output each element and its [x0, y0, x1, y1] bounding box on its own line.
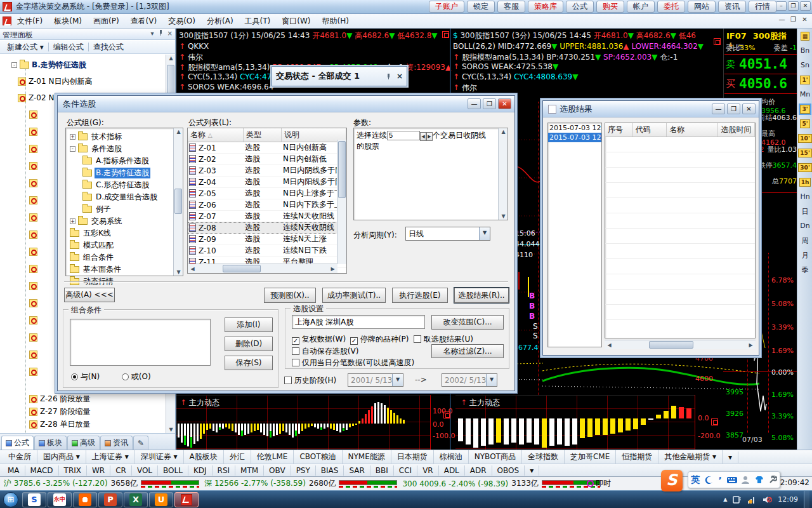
indicator-tab-TRIX[interactable]: TRIX: [59, 465, 87, 476]
checkbox-fuquan[interactable]: ✓ 复权数据(W): [292, 334, 346, 345]
quick-button-客服[interactable]: 客服: [497, 1, 525, 13]
formula-row-Z-04[interactable]: Z-04选股M日内阳线多于阴: [188, 177, 346, 188]
history-checkbox[interactable]: 历史阶段(H): [284, 375, 336, 386]
quick-button-资讯[interactable]: 资讯: [718, 1, 746, 13]
panel-close-icon[interactable]: ×: [167, 30, 173, 38]
advanced-button[interactable]: 高级(A) <<<: [64, 288, 115, 302]
group-tree-item[interactable]: D.成交量组合选股: [82, 192, 159, 203]
scope-field[interactable]: 上海A股 深圳A股: [292, 315, 425, 329]
quick-button-子账户[interactable]: 子账户: [429, 1, 464, 13]
formula-row-Z-08[interactable]: Z-08选股连续N天收阴线: [188, 222, 346, 234]
taskbar-app-powerpoint[interactable]: P: [98, 492, 122, 507]
period-1h[interactable]: 1h: [798, 178, 812, 187]
quick-button-购买[interactable]: 购买: [596, 1, 624, 13]
menu-item[interactable]: 分析(A): [201, 14, 239, 29]
history-to-combo[interactable]: 2002/ 5/13▼: [442, 373, 497, 387]
indicator-tab-CCI[interactable]: CCI: [394, 465, 417, 476]
dialog-minimize-button[interactable]: —: [468, 98, 481, 109]
results-button[interactable]: 选股结果(R)..: [454, 288, 509, 303]
formula-row-Z-02[interactable]: Z-02选股N日内创新低: [188, 154, 346, 165]
taskbar-app-2[interactable]: 永中: [48, 492, 72, 507]
market-tab-外汇[interactable]: 外汇: [224, 450, 251, 464]
indicator-tab-PSY[interactable]: PSY: [291, 465, 316, 476]
show-desktop-button[interactable]: [804, 491, 809, 508]
indicator-tabs-overflow-icon[interactable]: ▾: [525, 465, 539, 476]
list-hscrollbar[interactable]: ◀ ▶: [188, 264, 337, 273]
menu-item[interactable]: 窗口(W): [276, 14, 316, 29]
right-pane-maximize-icon[interactable]: [711, 418, 718, 425]
tree-item[interactable]: Z-26 阶段放量: [29, 394, 90, 404]
forecast-button[interactable]: 预测图(X)..: [264, 288, 316, 303]
market-tab-国内商品[interactable]: 国内商品 ▾: [37, 450, 86, 464]
period-Bn[interactable]: Bn: [798, 46, 812, 55]
indicator-tab-SAR[interactable]: SAR: [344, 465, 370, 476]
add-button[interactable]: 添加(I): [225, 318, 273, 332]
tree-item-icon[interactable]: [29, 145, 37, 153]
group-tree-item[interactable]: +技术指标: [70, 131, 123, 142]
period-30'[interactable]: 30': [798, 163, 812, 172]
tree-scroll-thumb[interactable]: [174, 189, 182, 214]
taskbar-app-excel[interactable]: X: [124, 492, 148, 507]
results-column-选股时间[interactable]: 选股时间: [718, 123, 755, 137]
panel-tab-资讯[interactable]: 资讯: [100, 436, 133, 450]
tree-item-icon[interactable]: [29, 333, 37, 342]
results-column-名称[interactable]: 名称: [667, 123, 718, 137]
tree-item-icon[interactable]: [29, 248, 37, 256]
market-tab-棕榈油[interactable]: 棕榈油: [434, 450, 469, 464]
tree-item[interactable]: Z-28 单日放量: [29, 419, 90, 430]
quick-button-锁定[interactable]: 锁定: [467, 1, 495, 13]
group-tree-item[interactable]: 模式匹配: [70, 240, 115, 251]
scroll-down-icon[interactable]: ▼: [166, 427, 175, 432]
table-header[interactable]: 名称 △ 类型 说明: [188, 128, 346, 142]
tree-item-icon[interactable]: [29, 299, 37, 307]
menu-item[interactable]: 交易(O): [162, 14, 201, 29]
taskbar-app-pyramid-active[interactable]: [174, 492, 199, 507]
indicator-tab-VR[interactable]: VR: [417, 465, 439, 476]
comma-icon[interactable]: ’: [718, 475, 721, 485]
indicator-tab-ADR[interactable]: ADR: [465, 465, 492, 476]
tree-item-icon[interactable]: [29, 196, 37, 204]
results-titlebar[interactable]: 选股结果 — ❐ ✕: [543, 101, 759, 117]
formula-row-Z-09[interactable]: Z-09选股连续N天上涨: [188, 234, 346, 245]
left-pane-maximize-icon[interactable]: [443, 411, 450, 418]
market-tab-其他金融期货[interactable]: 其他金融期货 ▾: [658, 450, 723, 464]
group-tree-item[interactable]: 例子: [82, 204, 112, 215]
market-tab-上海证券[interactable]: 上海证券 ▾: [86, 450, 135, 464]
quick-button-行情[interactable]: 行情: [749, 1, 776, 13]
param-scrollbar[interactable]: ▲ ▼: [498, 128, 508, 220]
right-chart-maximize-icon[interactable]: [714, 38, 721, 45]
menu-item[interactable]: 文件(F): [11, 14, 48, 29]
period-combobox[interactable]: 日线 ▼: [405, 227, 490, 241]
history-from-combo[interactable]: 2001/ 5/13▼: [348, 373, 403, 387]
tree-item-icon[interactable]: [29, 110, 37, 119]
ime-lang-label[interactable]: 英: [691, 474, 700, 486]
dialog-titlebar[interactable]: 条件选股 — ❐ ✕: [58, 96, 514, 112]
mdi-close-icon[interactable]: ✕: [800, 16, 809, 23]
tree-item-icon[interactable]: [29, 179, 37, 187]
start-button[interactable]: ⊞: [0, 491, 22, 508]
market-tab-伦敦LME[interactable]: 伦敦LME: [251, 450, 294, 464]
left-chart-maximize-icon[interactable]: [442, 31, 449, 38]
dialog-close-button[interactable]: ✕: [498, 98, 511, 109]
tree-root-folder[interactable]: -B.走势特征选股: [11, 60, 86, 70]
indicator-tab-BIAS[interactable]: BIAS: [316, 465, 344, 476]
period-3'[interactable]: 3': [798, 105, 812, 114]
indicator-tab-VOL[interactable]: VOL: [132, 465, 158, 476]
market-tab-中金所[interactable]: 中金所: [3, 450, 37, 464]
period-Mn[interactable]: Mn: [798, 90, 812, 98]
group-tree-item[interactable]: 基本面条件: [70, 264, 122, 275]
action-center-icon[interactable]: [733, 495, 742, 504]
combine-list[interactable]: [70, 319, 211, 366]
volume-muted-icon[interactable]: [763, 496, 772, 504]
period-日[interactable]: 日: [798, 207, 812, 217]
market-tab-全球指数[interactable]: 全球指数: [522, 450, 565, 464]
indicator-tab-MA[interactable]: MA: [3, 465, 25, 476]
group-tree-item[interactable]: 组合条件: [70, 252, 115, 263]
tree-item-icon[interactable]: [29, 213, 37, 222]
indicator-tab-MACD[interactable]: MACD: [25, 465, 59, 476]
kline-view-icon[interactable]: ▦: [798, 32, 812, 41]
quick-button-委托[interactable]: 委托: [657, 1, 685, 13]
save-button[interactable]: 保存(S): [225, 356, 273, 370]
period-10'[interactable]: 10': [798, 134, 812, 143]
formula-row-Z-05[interactable]: Z-05选股N日内上涨多于下: [188, 188, 346, 199]
